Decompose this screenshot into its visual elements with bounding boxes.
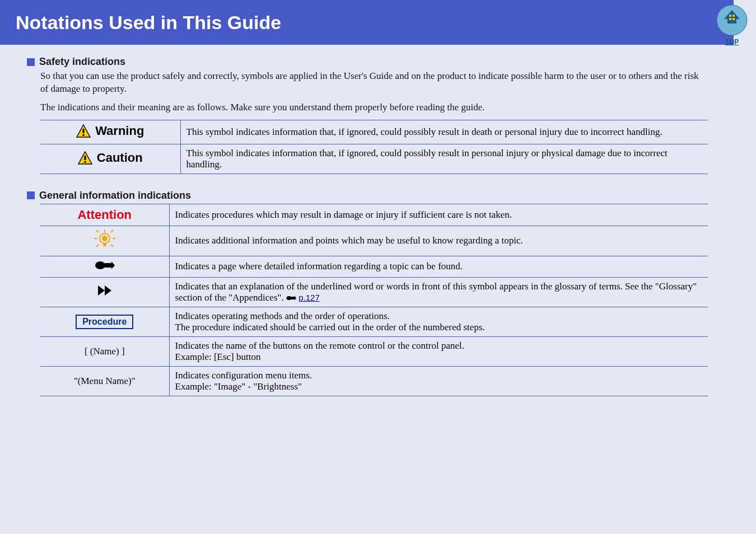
square-bullet-icon (27, 58, 35, 66)
table-row: Indicates additional information and poi… (40, 226, 708, 256)
table-row: Indicates a page where detailed informat… (40, 256, 708, 277)
svg-point-18 (95, 261, 105, 269)
svg-rect-6 (83, 134, 85, 136)
procedure-desc: Indicates operating methods and the orde… (169, 307, 708, 336)
caution-text: Caution (97, 151, 143, 165)
svg-rect-1 (729, 15, 731, 17)
table-row: "(Menu Name)" Indicates configuration me… (40, 366, 708, 396)
name-label: [ (Name) ] (40, 336, 169, 366)
safety-table: Warning This symbol indicates informatio… (40, 120, 708, 174)
top-nav-button[interactable]: TOP (716, 4, 748, 46)
general-heading: General information indications (27, 190, 708, 202)
general-table: Attention Indicates procedures which may… (40, 204, 708, 396)
svg-line-17 (111, 245, 113, 247)
menu-desc: Indicates configuration menu items. Exam… (169, 366, 708, 396)
svg-rect-3 (729, 18, 731, 20)
safety-intro-1: So that you can use the product safely a… (40, 70, 708, 96)
table-row: Attention Indicates procedures which may… (40, 204, 708, 226)
fast-forward-icon (98, 285, 111, 296)
hand-pointer-small-icon (286, 295, 296, 301)
square-bullet-icon (27, 191, 35, 199)
warning-triangle-icon (76, 124, 91, 138)
name-desc: Indicates the name of the buttons on the… (169, 336, 708, 366)
page-content: Safety indications So that you can use t… (0, 45, 734, 396)
warning-desc: This symbol indicates information that, … (180, 120, 708, 144)
caution-desc: This symbol indicates information that, … (180, 144, 708, 174)
warning-label: Warning (76, 124, 144, 138)
svg-point-10 (102, 236, 108, 241)
table-row: Procedure Indicates operating methods an… (40, 307, 708, 336)
glossary-text: Indicates that an explanation of the und… (175, 281, 697, 303)
page-header: Notations Used in This Guide (0, 0, 734, 45)
procedure-label: Procedure (76, 315, 133, 329)
home-top-icon (716, 4, 748, 36)
general-heading-text: General information indications (39, 190, 191, 202)
warning-text: Warning (95, 124, 144, 138)
table-row: Warning This symbol indicates informatio… (40, 120, 708, 144)
svg-rect-4 (732, 18, 735, 20)
glossary-desc: Indicates that an explanation of the und… (169, 277, 708, 307)
svg-point-19 (286, 296, 291, 300)
svg-rect-8 (84, 161, 86, 163)
tip-desc: Indicates additional information and poi… (169, 226, 708, 256)
hand-pointer-icon (95, 260, 115, 271)
safety-heading: Safety indications (27, 56, 708, 68)
caution-triangle-icon (78, 151, 92, 165)
table-row: [ (Name) ] Indicates the name of the but… (40, 336, 708, 366)
svg-line-16 (96, 245, 99, 247)
attention-label: Attention (77, 208, 132, 222)
menu-label: "(Menu Name)" (40, 366, 169, 396)
svg-rect-2 (732, 15, 735, 17)
top-label: TOP (716, 38, 748, 46)
svg-line-14 (96, 230, 99, 232)
svg-line-15 (111, 230, 113, 232)
svg-rect-5 (83, 129, 85, 133)
caution-label: Caution (78, 151, 143, 165)
table-row: Indicates that an explanation of the und… (40, 277, 708, 307)
svg-rect-7 (84, 156, 86, 160)
table-row: Caution This symbol indicates informatio… (40, 144, 708, 174)
attention-desc: Indicates procedures which may result in… (169, 204, 708, 226)
glossary-link[interactable]: p.127 (298, 293, 320, 302)
safety-intro-2: The indications and their meaning are as… (40, 101, 708, 114)
page-title: Notations Used in This Guide (16, 12, 281, 34)
lightbulb-tip-icon (94, 229, 116, 250)
safety-heading-text: Safety indications (39, 56, 125, 68)
pointer-desc: Indicates a page where detailed informat… (169, 256, 708, 277)
